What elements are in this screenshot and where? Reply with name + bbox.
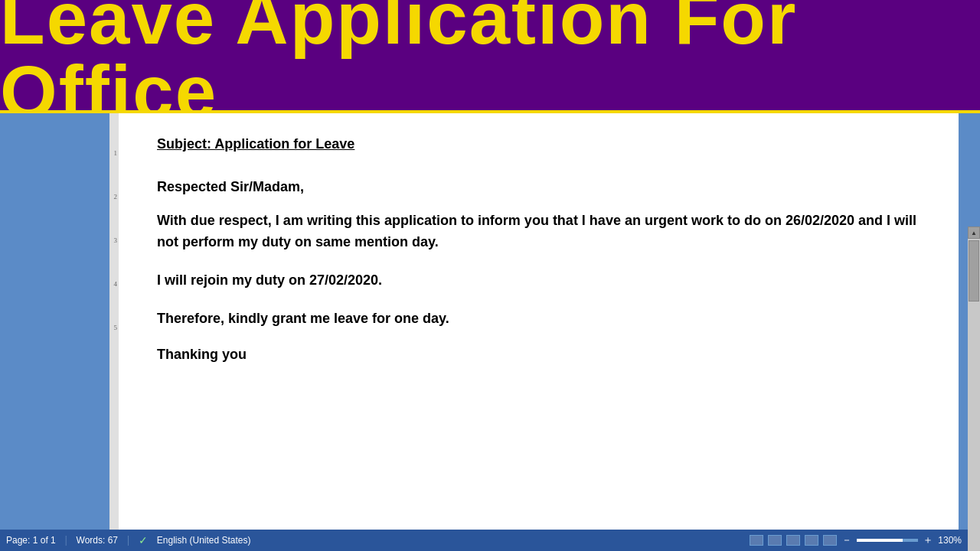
view-outline-icon[interactable]: [805, 535, 818, 546]
zoom-slider-fill: [857, 539, 903, 542]
word-count: Words: 67: [77, 535, 118, 546]
paragraph-3: Therefore, kindly grant me leave for one…: [157, 308, 920, 330]
zoom-slider[interactable]: [857, 539, 918, 542]
ruler-mark-4: 4: [109, 281, 119, 288]
main-area: 1 2 3 4 5 Subject: Application for Leave…: [0, 113, 980, 551]
zoom-level: 130%: [938, 535, 962, 546]
closing-partial: Thanking you: [157, 347, 920, 363]
scrollbar-track[interactable]: ▲ ▼: [968, 227, 980, 551]
header-title: Leave Application For Office: [0, 0, 980, 129]
spell-check-icon: ✓: [139, 534, 148, 547]
language-label: English (United States): [157, 535, 251, 546]
status-bar: Page: 1 of 1 | Words: 67 | ✓ English (Un…: [0, 530, 968, 551]
ruler-mark-2: 2: [109, 194, 119, 201]
status-right: － ＋ 130%: [750, 533, 962, 547]
ruler-mark-5: 5: [109, 324, 119, 331]
greeting: Respected Sir/Madam,: [157, 179, 920, 195]
ruler-left: 1 2 3 4 5: [109, 113, 119, 551]
ruler-mark-1: 1: [109, 150, 119, 157]
paragraph-1: With due respect, I am writing this appl…: [157, 210, 920, 253]
status-sep-2: |: [127, 534, 129, 546]
view-draft-icon[interactable]: [823, 535, 837, 546]
subject-line: Subject: Application for Leave: [157, 136, 920, 152]
scrollbar-up-button[interactable]: ▲: [968, 227, 980, 239]
ruler-mark-3: 3: [109, 237, 119, 244]
scrollbar-thumb[interactable]: [969, 240, 979, 302]
document-page: Subject: Application for Leave Respected…: [119, 113, 959, 551]
page-info: Page: 1 of 1: [6, 535, 56, 546]
zoom-in-button[interactable]: ＋: [923, 533, 933, 547]
view-print-icon[interactable]: [750, 535, 763, 546]
view-web-icon[interactable]: [786, 535, 800, 546]
status-sep-1: |: [65, 534, 67, 546]
header-banner: Leave Application For Office: [0, 0, 980, 113]
left-sidebar: 1 2 3 4 5: [0, 113, 119, 551]
paragraph-2: I will rejoin my duty on 27/02/2020.: [157, 270, 920, 292]
view-full-read-icon[interactable]: [768, 535, 782, 546]
zoom-out-button[interactable]: －: [841, 533, 852, 547]
